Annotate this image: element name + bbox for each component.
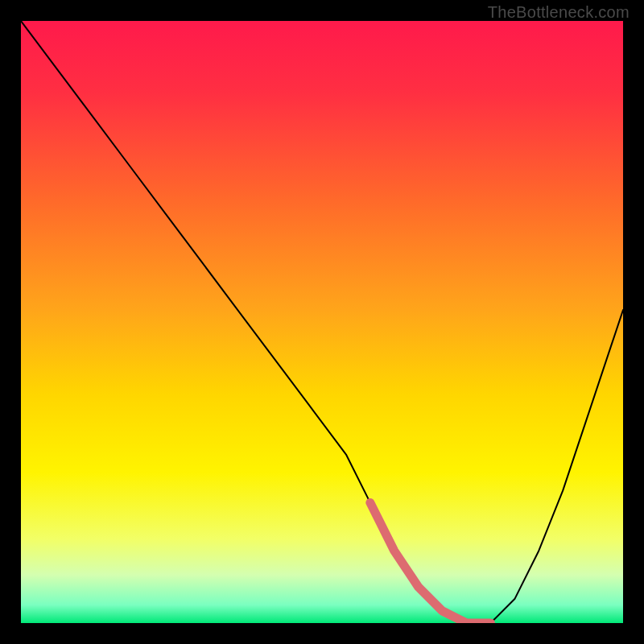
- curve-layer: [21, 21, 623, 623]
- highlight-segment: [370, 502, 491, 623]
- plot-area: [21, 21, 623, 623]
- attribution-label: TheBottleneck.com: [488, 3, 630, 22]
- bottleneck-curve: [21, 21, 623, 623]
- chart-frame: TheBottleneck.com: [0, 0, 644, 644]
